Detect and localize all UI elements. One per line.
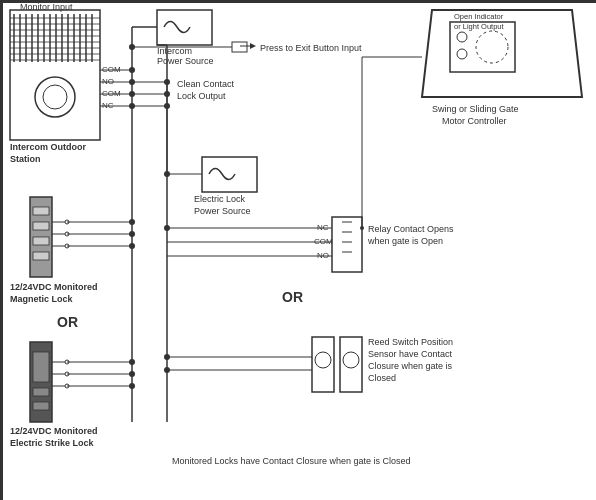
svg-text:Magnetic Lock: Magnetic Lock	[10, 294, 74, 304]
svg-text:when gate is Open: when gate is Open	[367, 236, 443, 246]
svg-point-75	[129, 219, 135, 225]
svg-text:12/24VDC Monitored: 12/24VDC Monitored	[10, 426, 98, 436]
svg-text:Clean Contact: Clean Contact	[177, 79, 235, 89]
svg-text:Station: Station	[10, 154, 41, 164]
svg-point-135	[476, 31, 508, 63]
svg-rect-86	[33, 402, 49, 410]
svg-rect-84	[33, 352, 49, 382]
svg-text:Electric Lock: Electric Lock	[194, 194, 246, 204]
svg-text:Open Indicator: Open Indicator	[454, 12, 504, 21]
svg-point-96	[129, 371, 135, 377]
svg-point-146	[164, 103, 170, 109]
svg-text:Lock Output: Lock Output	[177, 91, 226, 101]
svg-point-49	[129, 67, 135, 73]
svg-rect-37	[157, 10, 212, 45]
svg-rect-64	[33, 207, 49, 215]
svg-text:Intercom Outdoor: Intercom Outdoor	[10, 142, 86, 152]
svg-point-148	[129, 91, 135, 97]
svg-rect-66	[33, 237, 49, 245]
svg-rect-85	[33, 388, 49, 396]
svg-text:Sensor have Contact: Sensor have Contact	[368, 349, 453, 359]
svg-text:Monitored Locks have Contact C: Monitored Locks have Contact Closure whe…	[172, 456, 411, 466]
svg-text:or Light Output: or Light Output	[454, 22, 505, 31]
svg-point-94	[129, 359, 135, 365]
svg-rect-57	[202, 157, 257, 192]
svg-point-150	[164, 171, 170, 177]
svg-point-54	[129, 44, 135, 50]
svg-point-147	[129, 103, 135, 109]
svg-point-77	[129, 231, 135, 237]
svg-point-122	[343, 352, 359, 368]
wiring-diagram: Monitor Input COM NO COM NC Intercom Out…	[0, 0, 596, 500]
svg-text:OR: OR	[282, 289, 303, 305]
svg-text:OR: OR	[57, 314, 78, 330]
svg-text:Motor Controller: Motor Controller	[442, 116, 507, 126]
svg-rect-101	[332, 217, 362, 272]
svg-text:12/24VDC Monitored: 12/24VDC Monitored	[10, 282, 98, 292]
svg-rect-65	[33, 222, 49, 230]
svg-text:Swing or Sliding Gate: Swing or Sliding Gate	[432, 104, 519, 114]
svg-text:Relay Contact Opens: Relay Contact Opens	[368, 224, 454, 234]
svg-point-25	[43, 85, 67, 109]
svg-text:Press to Exit Button Input: Press to Exit Button Input	[260, 43, 362, 53]
svg-text:Electric Strike Lock: Electric Strike Lock	[10, 438, 95, 448]
svg-text:Reed Switch Position: Reed Switch Position	[368, 337, 453, 347]
svg-point-121	[315, 352, 331, 368]
svg-text:Power Source: Power Source	[157, 56, 214, 66]
svg-rect-67	[33, 252, 49, 260]
svg-rect-40	[232, 42, 247, 52]
svg-point-98	[129, 383, 135, 389]
svg-point-134	[457, 49, 467, 59]
svg-point-149	[129, 79, 135, 85]
svg-point-79	[129, 243, 135, 249]
svg-text:Closed: Closed	[368, 373, 396, 383]
svg-point-133	[457, 32, 467, 42]
svg-text:Power Source: Power Source	[194, 206, 251, 216]
svg-point-145	[164, 91, 170, 97]
svg-point-142	[360, 226, 364, 230]
svg-text:Monitor Input: Monitor Input	[20, 2, 73, 12]
svg-text:Closure when gate is: Closure when gate is	[368, 361, 453, 371]
